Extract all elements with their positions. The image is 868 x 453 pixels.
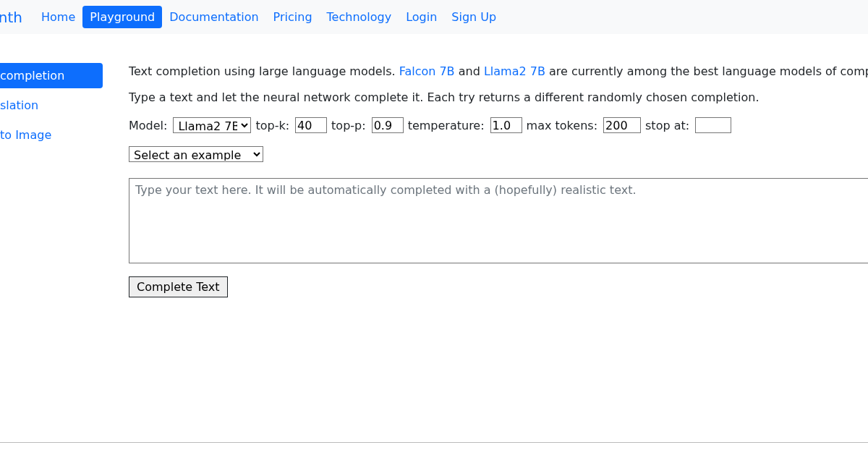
nav-home[interactable]: Home xyxy=(34,6,82,28)
model-select[interactable]: Llama2 7B xyxy=(173,117,251,133)
nav-signup[interactable]: Sign Up xyxy=(444,6,503,28)
link-falcon7b[interactable]: Falcon 7B xyxy=(399,64,455,78)
temperature-input[interactable] xyxy=(490,117,522,133)
content-area: Text completion using large language mod… xyxy=(103,63,868,297)
topp-label: top-p: xyxy=(331,119,366,132)
description-line1: Text completion using large language mod… xyxy=(129,63,868,80)
footer-divider xyxy=(0,442,868,443)
brand-logo[interactable]: ynth xyxy=(0,9,34,26)
instructions-text: Type a text and let the neural network c… xyxy=(129,90,868,104)
params-row: Model: Llama2 7B top-k: top-p: temperatu… xyxy=(129,117,868,133)
example-select[interactable]: Select an example xyxy=(129,146,263,162)
topp-input[interactable] xyxy=(372,117,404,133)
sidebar-item-completion[interactable]: completion xyxy=(0,63,103,88)
complete-text-button[interactable]: Complete Text xyxy=(129,276,228,297)
maxtokens-label: max tokens: xyxy=(527,119,597,132)
desc-text: Text completion using large language mod… xyxy=(129,64,399,78)
nav-links: Home Playground Documentation Pricing Te… xyxy=(34,6,503,28)
nav-playground[interactable]: Playground xyxy=(82,6,162,28)
nav-technology[interactable]: Technology xyxy=(320,6,399,28)
top-navbar: ynth Home Playground Documentation Prici… xyxy=(0,0,868,34)
nav-pricing[interactable]: Pricing xyxy=(266,6,320,28)
nav-documentation[interactable]: Documentation xyxy=(162,6,265,28)
sidebar-item-translation[interactable]: slation xyxy=(0,93,103,118)
link-llama2-7b[interactable]: Llama2 7B xyxy=(484,64,545,78)
desc-text: are currently among the best language mo… xyxy=(545,64,868,78)
stopat-label: stop at: xyxy=(645,119,689,132)
nav-login[interactable]: Login xyxy=(399,6,444,28)
sidebar: completion slation to Image xyxy=(0,63,103,297)
sidebar-item-toimage[interactable]: to Image xyxy=(0,122,103,148)
temperature-label: temperature: xyxy=(408,119,485,132)
topk-input[interactable] xyxy=(295,117,327,133)
maxtokens-input[interactable] xyxy=(603,117,641,133)
desc-text: and xyxy=(455,64,484,78)
model-label: Model: xyxy=(129,119,167,132)
topk-label: top-k: xyxy=(255,119,289,132)
stopat-input[interactable] xyxy=(695,117,731,133)
prompt-textarea[interactable] xyxy=(129,178,868,263)
